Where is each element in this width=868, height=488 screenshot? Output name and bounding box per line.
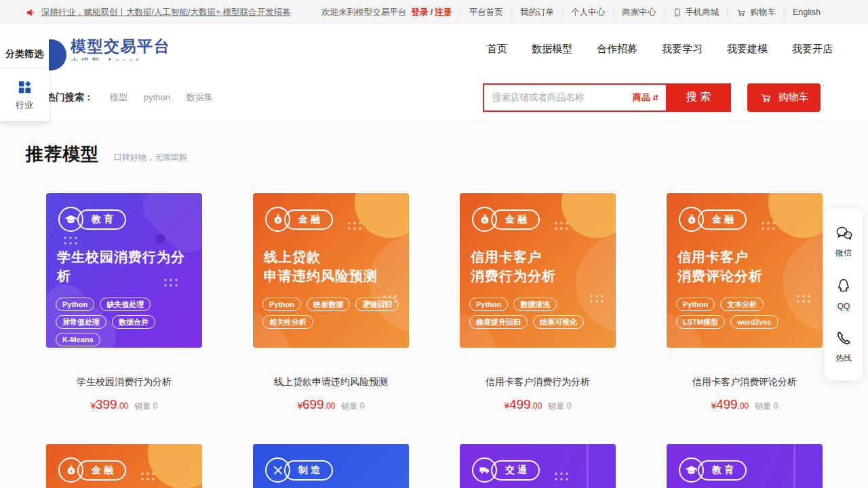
grid-icon: [17, 79, 33, 95]
product-card[interactable]: 制 造: [253, 444, 409, 488]
cart-icon: [760, 92, 772, 104]
wechat-label: 微信: [835, 247, 852, 259]
divider: |: [726, 7, 728, 17]
cart-icon: [736, 7, 747, 18]
search-category-selector[interactable]: 商品: [633, 92, 666, 104]
hotline-label: 热线: [835, 352, 852, 364]
model-tag: 文本分析: [720, 298, 764, 311]
divider: |: [612, 7, 614, 17]
product-name[interactable]: 信用卡客户消费行为分析: [460, 376, 616, 388]
nav-modeling[interactable]: 我要建模: [727, 43, 768, 56]
product-cover: ¥ 金 融: [46, 444, 202, 488]
search-box: 商品 搜 索: [483, 83, 731, 112]
hot-search-link-python[interactable]: python: [144, 92, 170, 102]
product-card[interactable]: 交 通: [460, 444, 616, 488]
category-badge-label: 金 融: [284, 209, 333, 230]
nav-data-models[interactable]: 数据模型: [532, 43, 572, 56]
nav-cooperation[interactable]: 合作招募: [597, 43, 637, 56]
topbar: 深耕行业，赋能双创丨大数据/人工智能/大数据+ 模型联合开发招募 欢迎来到模型交…: [0, 0, 868, 24]
category-badge: 制 造: [265, 458, 333, 483]
hotline-contact[interactable]: 热线: [825, 321, 863, 373]
search-input[interactable]: [484, 92, 633, 102]
model-tag: 相关性分析: [262, 315, 313, 329]
divider: |: [783, 7, 785, 17]
product-price: ¥499.00 销量 0: [667, 397, 823, 412]
cart-button-label: 购物车: [778, 91, 809, 104]
topbar-link-cart[interactable]: 购物车: [736, 7, 776, 18]
cover-tags: Python 缺失值处理 异常值处理 数据合并 K-Means: [56, 298, 197, 346]
hot-search-label: 热门搜索：: [46, 92, 94, 104]
section-subtitle: 口碑好物，无限回购: [114, 152, 187, 163]
nav-home[interactable]: 首页: [487, 43, 507, 56]
topbar-link-mobile-mall[interactable]: 手机商城: [673, 7, 719, 18]
wechat-icon: [835, 225, 853, 241]
announcement-link[interactable]: 深耕行业，赋能双创丨大数据/人工智能/大数据+ 模型联合开发招募: [41, 7, 291, 18]
model-tag: Python: [262, 298, 301, 311]
category-badge: 交 通: [472, 458, 540, 483]
search-button[interactable]: 搜 索: [666, 83, 731, 112]
dots-decoration: [140, 471, 155, 481]
model-tag: word2vec: [730, 315, 778, 329]
product-card[interactable]: ¥ 金 融 信用卡客户消费评论分析 Python 文本分析 LSTM模型 wor…: [667, 193, 823, 412]
qq-contact[interactable]: QQ: [825, 268, 863, 321]
product-name[interactable]: 线上贷款申请违约风险预测: [253, 376, 409, 388]
model-tag: 逻辑回归: [355, 298, 399, 311]
model-tag: Python: [56, 298, 94, 311]
cover-tags: Python 映射数据 逻辑回归 相关性分析: [262, 298, 403, 329]
cover-tags: Python 数据清洗 梯度提升回归 结果可视化: [469, 298, 610, 329]
cover-title: 学生校园消费行为分析: [57, 235, 198, 298]
category-badge: 教 育: [679, 458, 747, 483]
divider: |: [561, 7, 564, 17]
cover-title: 线上贷款申请违约风险预测: [264, 235, 405, 298]
nav-learn[interactable]: 我要学习: [662, 43, 703, 56]
category-badge: ¥ 金 融: [679, 207, 747, 232]
product-name[interactable]: 信用卡客户消费评论分析: [667, 376, 823, 388]
model-tag: 梯度提升回归: [469, 315, 528, 329]
model-tag: Python: [676, 298, 715, 311]
model-tag: 缺失值处理: [100, 298, 151, 311]
product-grid-row1: 教 育 学生校园消费行为分析 Python 缺失值处理 异常值处理 数据合并 K…: [46, 193, 868, 412]
nav-open-shop[interactable]: 我要开店: [792, 43, 833, 56]
hot-search-link-dataset[interactable]: 数据集: [186, 92, 213, 104]
product-price: ¥699.00 销量 0: [253, 397, 409, 412]
category-item-label: 行业: [16, 100, 33, 111]
product-cover: 教 育 学生校园消费行为分析 Python 缺失值处理 异常值处理 数据合并 K…: [46, 193, 202, 348]
cart-button[interactable]: 购物车: [747, 83, 821, 112]
product-price: ¥499.00 销量 0: [460, 397, 616, 412]
product-card[interactable]: 教 育 学生校园消费行为分析 Python 缺失值处理 异常值处理 数据合并 K…: [46, 193, 202, 412]
product-name[interactable]: 学生校园消费行为分析: [46, 376, 202, 388]
topbar-link-merchant[interactable]: 商家中心: [622, 7, 656, 18]
sales-count: 销量 0: [548, 401, 571, 412]
phone-handset-icon: [835, 330, 852, 346]
section-title: 推荐模型: [26, 142, 99, 166]
category-item-industry[interactable]: 行业: [0, 68, 49, 121]
logo-subtitle: 大模型 Agent: [71, 56, 170, 60]
divider: |: [460, 7, 462, 17]
wechat-contact[interactable]: 微信: [825, 216, 863, 268]
product-card[interactable]: ¥ 金 融 信用卡客户消费行为分析 Python 数据清洗 梯度提升回归 结果可…: [460, 193, 616, 412]
qq-icon: [835, 278, 852, 296]
product-card[interactable]: 教 育: [667, 444, 823, 488]
login-register-link[interactable]: 登录 / 注册: [411, 7, 452, 18]
topbar-link-english[interactable]: English: [793, 7, 821, 17]
product-cover: ¥ 金 融 信用卡客户消费行为分析 Python 数据清洗 梯度提升回归 结果可…: [460, 193, 616, 348]
model-tag: 结果可视化: [533, 315, 584, 329]
model-tag: K-Means: [56, 333, 100, 346]
main-nav: 首页 数据模型 合作招募 我要学习 我要建模 我要开店: [487, 43, 868, 56]
category-badge: 教 育: [58, 207, 126, 232]
product-card[interactable]: ¥ 金 融 线上贷款申请违约风险预测 Python 映射数据 逻辑回归 相关性分…: [253, 193, 409, 412]
cover-title: 信用卡客户消费评论分析: [677, 235, 818, 298]
model-tag: 数据合并: [112, 315, 155, 329]
cover-tags: Python 文本分析 LSTM模型 word2vec: [676, 298, 817, 329]
product-card[interactable]: ¥ 金 融: [46, 444, 202, 488]
topbar-link-profile[interactable]: 个人中心: [571, 7, 605, 18]
model-tag: Python: [469, 298, 508, 311]
hot-search-link-model[interactable]: 模型: [110, 92, 127, 104]
topbar-link-label: 手机商城: [685, 7, 719, 18]
model-tag: 映射数据: [307, 298, 350, 311]
dots-decoration: [553, 220, 568, 230]
topbar-link-home[interactable]: 平台首页: [469, 7, 503, 18]
divider: |: [511, 7, 513, 17]
logo[interactable]: 模型交易平台 大模型 Agent: [71, 37, 170, 60]
topbar-link-orders[interactable]: 我的订单: [520, 7, 554, 18]
